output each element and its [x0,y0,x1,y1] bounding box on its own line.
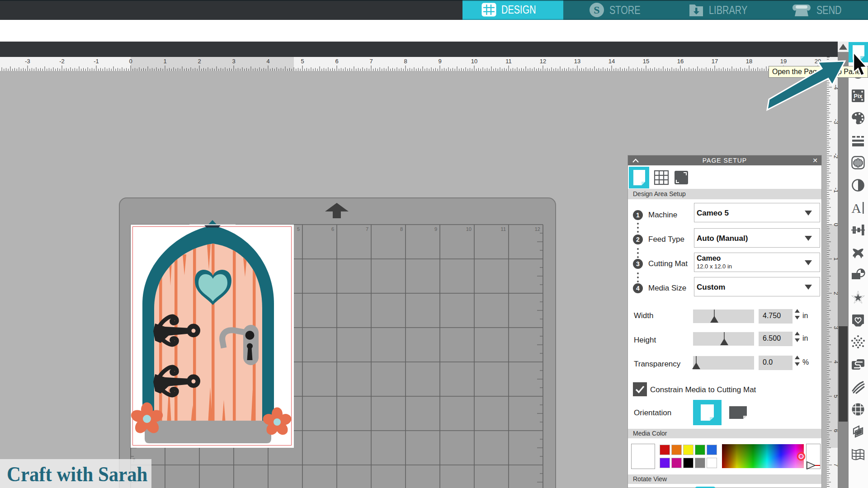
svg-text:-2: -2 [59,58,65,65]
svg-text:3: 3 [232,58,235,65]
svg-text:15: 15 [643,58,649,65]
svg-text:S: S [594,4,599,16]
svg-text:12: 12 [535,226,540,232]
svg-text:8: 8 [400,226,403,232]
svg-text:9: 9 [438,58,441,65]
svg-text:13: 13 [574,58,580,65]
svg-text:6: 6 [331,226,334,232]
svg-text:-3: -3 [833,119,838,124]
svg-text:5: 5 [301,58,304,65]
svg-text:10: 10 [471,58,477,65]
svg-text:2: 2 [198,58,201,65]
svg-text:7: 7 [366,226,368,232]
svg-text:20: 20 [815,58,821,65]
svg-text:6: 6 [335,58,338,65]
svg-text:-2: -2 [833,153,838,159]
svg-text:0: 0 [129,58,132,65]
svg-text:17: 17 [712,58,718,65]
svg-text:Pix: Pix [854,93,863,99]
svg-text:-3: -3 [25,58,30,65]
svg-text:-1: -1 [833,188,838,193]
svg-text:4: 4 [266,58,269,65]
svg-text:8: 8 [404,58,407,65]
svg-text:12: 12 [540,58,546,65]
svg-text:18: 18 [746,58,752,65]
svg-text:9: 9 [434,226,437,232]
svg-text:0: 0 [833,223,838,226]
svg-text:7: 7 [833,463,838,466]
svg-text:19: 19 [780,58,787,65]
svg-text:14: 14 [609,58,615,65]
svg-text:6: 6 [833,429,838,432]
svg-text:11: 11 [505,58,512,65]
svg-text:11: 11 [501,226,506,232]
svg-text:4: 4 [833,360,838,363]
svg-text:1: 1 [833,257,838,260]
svg-text:7: 7 [369,58,373,65]
svg-text:A: A [851,201,861,216]
svg-text:3: 3 [833,326,838,329]
svg-text:16: 16 [677,58,684,65]
svg-text:2: 2 [833,291,838,295]
svg-text:-4: -4 [833,84,838,90]
svg-text:1: 1 [163,58,166,65]
svg-text:-1: -1 [94,58,99,65]
svg-text:5: 5 [833,394,838,398]
svg-text:10: 10 [466,226,472,232]
svg-text:5: 5 [297,226,300,232]
